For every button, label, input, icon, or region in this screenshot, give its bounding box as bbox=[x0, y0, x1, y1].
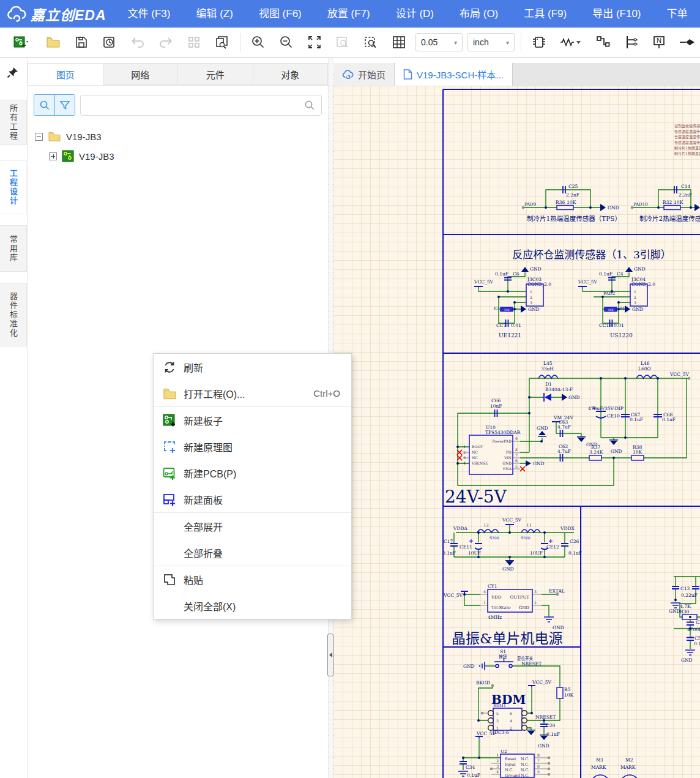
open-project-button[interactable] bbox=[39, 36, 67, 49]
new-board-button[interactable] bbox=[4, 36, 39, 49]
svg-text:10K: 10K bbox=[608, 309, 614, 312]
svg-text:10UF: 10UF bbox=[468, 550, 481, 556]
svg-text:6: 6 bbox=[515, 458, 518, 463]
place-resistor-button[interactable] bbox=[553, 37, 589, 48]
place-bus-button[interactable] bbox=[617, 35, 645, 50]
rail-tab-all-projects[interactable]: 所有工程 bbox=[0, 100, 27, 145]
panel-collapse-handle[interactable] bbox=[327, 634, 333, 676]
context-item-paste[interactable]: 粘贴 bbox=[154, 566, 351, 593]
shortcut-label: Ctrl+O bbox=[313, 388, 340, 398]
svg-text:GND: GND bbox=[553, 625, 564, 630]
menu-design[interactable]: 设计 (D) bbox=[383, 0, 447, 28]
context-item-new-schematic[interactable]: 新建原理图 bbox=[154, 433, 351, 460]
svg-text:0.1uF: 0.1uF bbox=[662, 417, 676, 422]
menu-view[interactable]: 视图 (F6) bbox=[246, 0, 315, 28]
svg-text:2.2nF: 2.2nF bbox=[566, 192, 579, 198]
grid-size-select[interactable]: 0.05 ▾ bbox=[415, 33, 463, 51]
search-mode-buttons bbox=[34, 94, 75, 116]
context-item-new-panel[interactable]: 新建面板 bbox=[154, 486, 351, 512]
save-button[interactable] bbox=[67, 36, 95, 49]
app-logo[interactable]: 嘉立创EDA bbox=[0, 4, 115, 24]
menu-export[interactable]: 导出 (F10) bbox=[579, 0, 653, 28]
undo-button[interactable] bbox=[124, 36, 152, 48]
save-version-button[interactable] bbox=[95, 36, 124, 49]
menu-edit[interactable]: 编辑 (Z) bbox=[183, 0, 245, 28]
zoom-fit-button[interactable] bbox=[300, 35, 329, 50]
svg-text:PAD9: PAD9 bbox=[524, 202, 536, 207]
undo-icon bbox=[130, 36, 145, 48]
save-icon bbox=[75, 36, 88, 49]
svg-text:试剂盘校验传感器: 试剂盘校验传感器 bbox=[674, 124, 700, 129]
svg-text:1: 1 bbox=[483, 600, 486, 605]
redo-button[interactable] bbox=[152, 36, 180, 48]
zoom-out-button[interactable] bbox=[272, 35, 300, 50]
svg-text:2: 2 bbox=[534, 600, 537, 605]
context-item-expand-all[interactable]: 全部展开 bbox=[154, 513, 351, 539]
zoom-in-button[interactable] bbox=[244, 35, 272, 50]
align-button[interactable] bbox=[180, 36, 208, 49]
file-icon bbox=[403, 69, 412, 80]
context-item-new-board[interactable]: 新建板子 bbox=[154, 407, 351, 433]
expand-expander[interactable] bbox=[49, 152, 57, 160]
menu-layout[interactable]: 布局 (O) bbox=[447, 0, 511, 28]
doc-tab-schematic[interactable]: V19-JB3-SCH-样本... bbox=[395, 63, 513, 86]
pin-panel-button[interactable] bbox=[0, 58, 27, 81]
schematic-sheet[interactable]: 试剂盘校验传感器仓底温度温度传感仓底温度温度传感仓底温度温度传感制冷片2热端温度… bbox=[333, 86, 700, 778]
menu-tools[interactable]: 工具 (F9) bbox=[511, 0, 579, 28]
find-similar-button[interactable] bbox=[208, 35, 236, 50]
grid-settings-button[interactable] bbox=[385, 35, 413, 50]
search-icon bbox=[304, 100, 315, 111]
context-item-new-pcb[interactable]: 新建PCB(P) bbox=[154, 460, 351, 486]
menu-file[interactable]: 文件 (F3) bbox=[115, 0, 184, 28]
search-icon bbox=[39, 100, 50, 111]
search-row bbox=[34, 94, 322, 116]
svg-text:7: 7 bbox=[537, 758, 540, 763]
svg-text:CE10: CE10 bbox=[607, 413, 620, 419]
context-menu: 刷新 打开工程(O)... Ctrl+O 新建板子 新建原理图 新 bbox=[153, 353, 352, 619]
place-netlabel-button[interactable]: N bbox=[645, 35, 673, 50]
svg-text:R40: R40 bbox=[619, 306, 627, 310]
svg-text:6: 6 bbox=[537, 764, 540, 768]
tree-item-project[interactable]: V19-JB3 bbox=[28, 127, 328, 146]
rail-tab-part-standardization[interactable]: 器件标准化 bbox=[0, 283, 27, 346]
doc-tab-start-page[interactable]: 开始页 bbox=[333, 63, 395, 86]
svg-text:L60Ω: L60Ω bbox=[638, 366, 651, 372]
svg-text:C34: C34 bbox=[466, 765, 475, 770]
svg-text:OUTPUT: OUTPUT bbox=[510, 595, 530, 600]
zoom-selection-button[interactable] bbox=[357, 35, 385, 50]
svg-text:S300: S300 bbox=[490, 536, 499, 540]
place-netport-button[interactable] bbox=[673, 38, 700, 47]
schematic-canvas[interactable]: 试剂盘校验传感器仓底温度温度传感仓底温度温度传感仓底温度温度传感制冷片2热端温度… bbox=[333, 86, 700, 778]
svg-text:VDDA: VDDA bbox=[453, 526, 467, 531]
zoom-window-button[interactable] bbox=[329, 35, 357, 50]
menu-order[interactable]: 下单 bbox=[654, 0, 700, 28]
svg-text:JDC3-6: JDC3-6 bbox=[492, 730, 509, 735]
svg-text:CE12: CE12 bbox=[546, 544, 559, 550]
svg-text:VCC_5V: VCC_5V bbox=[532, 679, 551, 685]
folder-icon bbox=[162, 386, 177, 401]
search-input[interactable] bbox=[87, 100, 304, 110]
tree-item-board[interactable]: V19-JB3 bbox=[28, 146, 328, 166]
panel-tab-sheets[interactable]: 图页 bbox=[28, 63, 103, 85]
rail-tab-common-library[interactable]: 常用库 bbox=[0, 225, 27, 272]
context-item-refresh[interactable]: 刷新 bbox=[154, 354, 351, 380]
place-wire-button[interactable] bbox=[589, 35, 617, 50]
unit-select[interactable]: inch ▾ bbox=[467, 33, 515, 51]
panel-tab-nets[interactable]: 网络 bbox=[103, 63, 179, 85]
panel-tab-components[interactable]: 元件 bbox=[178, 63, 253, 85]
context-item-label: 新建面板 bbox=[184, 492, 340, 507]
context-item-close-all[interactable]: 关闭全部(X) bbox=[154, 593, 351, 619]
filter-toggle-button[interactable] bbox=[54, 95, 75, 115]
redo-icon bbox=[158, 36, 173, 48]
search-toggle-button[interactable] bbox=[34, 95, 54, 115]
menu-place[interactable]: 放置 (F7) bbox=[315, 0, 383, 28]
rail-tab-project-design[interactable]: 工程设计 bbox=[0, 160, 27, 214]
panel-tab-objects[interactable]: 对象 bbox=[253, 63, 329, 85]
svg-text:CON3_2.0: CON3_2.0 bbox=[631, 282, 655, 287]
context-item-collapse-all[interactable]: 全部折叠 bbox=[154, 539, 351, 566]
place-component-button[interactable] bbox=[525, 35, 553, 50]
context-item-open-project[interactable]: 打开工程(O)... Ctrl+O bbox=[154, 380, 351, 406]
align-grid-icon bbox=[187, 36, 201, 49]
svg-text:GND: GND bbox=[611, 449, 622, 454]
collapse-expander[interactable] bbox=[35, 133, 43, 141]
